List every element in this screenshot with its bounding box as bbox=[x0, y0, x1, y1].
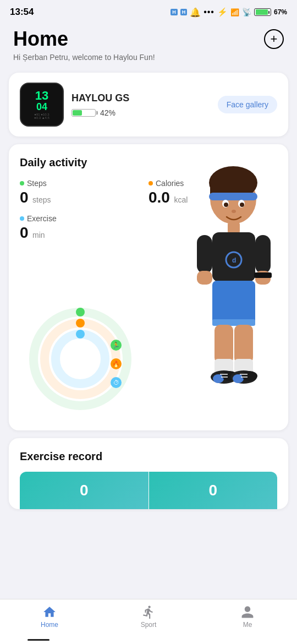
svg-rect-25 bbox=[212, 319, 255, 326]
watch-hour: 13 bbox=[35, 90, 48, 102]
face-gallery-button[interactable]: Face gallery bbox=[218, 96, 277, 113]
home-icon bbox=[42, 605, 57, 619]
svg-point-31 bbox=[213, 374, 224, 383]
exercise-record-title: Exercise record bbox=[20, 450, 277, 463]
haylou-icon-1: H bbox=[170, 9, 178, 15]
svg-point-12 bbox=[224, 203, 228, 207]
sport-nav-label: Sport bbox=[141, 621, 157, 629]
svg-rect-27 bbox=[234, 325, 253, 363]
daily-activity-card: Daily activity Steps 0 steps Calories 0.… bbox=[9, 144, 288, 430]
exercise-value: 0 bbox=[20, 224, 29, 241]
exercise-metric: Exercise 0 min bbox=[20, 214, 148, 242]
svg-point-2 bbox=[56, 334, 105, 384]
character-illustration: d bbox=[173, 155, 288, 419]
svg-rect-20 bbox=[197, 271, 212, 285]
me-nav-label: Me bbox=[243, 621, 252, 629]
calories-value: 0.0 bbox=[148, 189, 170, 206]
exercise-ring-icon: ⏱ bbox=[111, 377, 122, 388]
svg-point-3 bbox=[76, 308, 85, 316]
bottom-nav: Home Sport Me bbox=[0, 599, 297, 644]
nav-item-sport[interactable]: Sport bbox=[99, 605, 198, 629]
svg-point-13 bbox=[240, 203, 244, 207]
status-time: 13:54 bbox=[10, 7, 34, 18]
svg-rect-19 bbox=[197, 235, 212, 274]
svg-rect-15 bbox=[228, 222, 240, 233]
signal-icon: 📶 bbox=[230, 8, 239, 17]
battery-bar-tip bbox=[96, 111, 98, 114]
svg-point-4 bbox=[76, 319, 85, 328]
steps-value-row: 0 steps bbox=[20, 189, 148, 206]
svg-point-34 bbox=[233, 374, 244, 383]
nav-item-me[interactable]: Me bbox=[198, 605, 297, 629]
watch-face: 13 04 ●91 ●10.3 ●0.3 ▲4.5 bbox=[20, 83, 64, 127]
status-bar: 13:54 H H 🔔 ••• ⚡ 📶 📡 67% bbox=[0, 0, 297, 22]
activity-rings: 🏃 🔥 ⏱ bbox=[25, 304, 135, 414]
header: Home + Hi Șerban Petru, welcome to Haylo… bbox=[0, 22, 297, 65]
exercise-stat-2: 0 bbox=[149, 472, 278, 509]
steps-metric: Steps 0 steps bbox=[20, 179, 148, 206]
wifi-icon: 📡 bbox=[242, 8, 251, 17]
watch-minute: 04 bbox=[36, 102, 47, 112]
watch-stats: ●91 ●10.3 ●0.3 ▲4.5 bbox=[34, 112, 50, 119]
svg-point-14 bbox=[232, 210, 236, 213]
exercise-dot bbox=[20, 216, 24, 221]
exercise-unit: min bbox=[32, 231, 45, 239]
steps-value: 0 bbox=[20, 189, 29, 206]
battery-indicator bbox=[254, 8, 271, 16]
sport-icon bbox=[141, 605, 156, 619]
battery-percentage: 42% bbox=[100, 108, 116, 117]
home-nav-label: Home bbox=[41, 621, 58, 629]
svg-text:d: d bbox=[232, 256, 236, 264]
exercise-label: Exercise bbox=[20, 214, 148, 223]
welcome-text: Hi Șerban Petru, welcome to Haylou Fun! bbox=[13, 53, 284, 62]
svg-rect-21 bbox=[255, 235, 271, 274]
page-title: Home bbox=[13, 28, 68, 51]
calories-ring-icon: 🔥 bbox=[111, 358, 122, 369]
steps-dot bbox=[20, 181, 24, 185]
exercise-stats-row: 0 0 bbox=[20, 472, 277, 509]
steps-unit: steps bbox=[32, 195, 51, 204]
device-card: 13 04 ●91 ●10.3 ●0.3 ▲4.5 HAYLOU GS 42% … bbox=[9, 73, 288, 137]
battery-bar-fill bbox=[73, 110, 82, 116]
svg-rect-9 bbox=[209, 193, 257, 200]
exercise-stat-1: 0 bbox=[20, 472, 148, 509]
me-icon bbox=[240, 605, 255, 619]
nav-item-home[interactable]: Home bbox=[0, 605, 99, 629]
device-info: HAYLOU GS 42% bbox=[72, 92, 210, 117]
battery-bar bbox=[72, 109, 96, 117]
bluetooth-icon: ⚡ bbox=[217, 7, 228, 17]
nav-active-bar bbox=[28, 639, 50, 641]
notification-icon: 🔔 bbox=[190, 7, 201, 18]
svg-point-5 bbox=[76, 330, 85, 339]
svg-rect-26 bbox=[215, 325, 233, 363]
character-svg: d bbox=[173, 155, 288, 419]
status-icons: H H 🔔 ••• ⚡ 📶 📡 67% bbox=[170, 7, 287, 18]
exercise-value-row: 0 min bbox=[20, 224, 148, 242]
exercise-record-card: Exercise record 0 0 bbox=[9, 438, 288, 509]
battery-pct-text: 67% bbox=[274, 8, 287, 16]
calories-dot bbox=[148, 181, 153, 185]
battery-row: 42% bbox=[72, 108, 210, 117]
device-name: HAYLOU GS bbox=[72, 92, 210, 104]
add-button[interactable]: + bbox=[264, 29, 284, 49]
svg-rect-24 bbox=[212, 281, 255, 325]
haylou-icon-2: H bbox=[180, 9, 188, 15]
ring-icons: 🏃 🔥 ⏱ bbox=[111, 340, 122, 388]
svg-rect-23 bbox=[254, 272, 272, 278]
steps-label: Steps bbox=[20, 179, 148, 188]
steps-ring-icon: 🏃 bbox=[111, 340, 122, 351]
more-icon: ••• bbox=[204, 7, 215, 17]
svg-point-35 bbox=[242, 371, 257, 381]
